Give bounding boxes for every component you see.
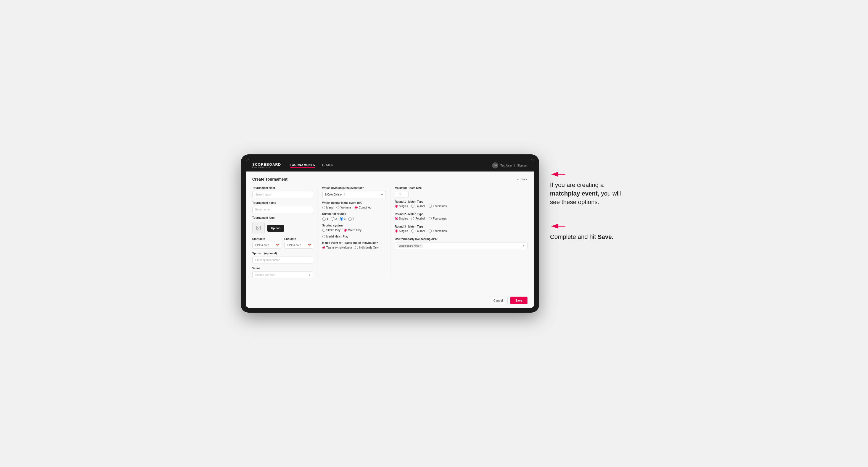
tablet-screen: SCOREBOARD Powered by clippit TOURNAMENT… <box>246 159 534 308</box>
end-date-field: End date 📅 <box>284 238 313 249</box>
annotation-area: If you are creating a matchplay event, y… <box>550 154 627 241</box>
rounds-section: Number of rounds 1 2 <box>322 212 386 221</box>
round2-match-type: Round 2 - Match Type Singles Fourball <box>395 213 527 220</box>
venue-input[interactable] <box>252 272 313 278</box>
api-label: Use third-party live scoring API? <box>395 238 527 241</box>
sponsor-input[interactable] <box>252 256 313 263</box>
venue-section: Venue ▼ <box>252 267 313 278</box>
cancel-button[interactable]: Cancel <box>489 297 507 304</box>
top-annotation: If you are creating a matchplay event, y… <box>550 171 627 206</box>
upload-button[interactable]: Upload <box>267 225 284 232</box>
round2-foursomes[interactable]: Foursomes <box>429 217 446 220</box>
separator-2 <box>390 186 391 278</box>
nav-logo: SCOREBOARD Powered by clippit <box>252 163 281 168</box>
calendar-icon: 📅 <box>276 244 279 247</box>
tournament-host-input[interactable] <box>252 191 313 198</box>
teams-section: Is this event for Teams and/or Individua… <box>322 241 386 249</box>
round2-fourball[interactable]: Fourball <box>411 217 425 220</box>
round3-singles[interactable]: Singles <box>395 229 408 232</box>
round-1[interactable]: 1 <box>322 217 329 221</box>
round2-radio-group: Singles Fourball Foursomes <box>395 217 527 220</box>
tournament-logo-label: Tournament logo <box>252 216 313 219</box>
rounds-radio-group: 1 2 3 <box>322 217 386 221</box>
start-date-wrap: 📅 <box>252 242 281 249</box>
logo-text: SCOREBOARD <box>252 163 281 166</box>
gender-combined-label: Combined <box>359 206 371 209</box>
round1-radio-group: Singles Fourball Foursomes <box>395 205 527 208</box>
start-date-label: Start date <box>252 238 281 241</box>
scoring-match[interactable]: Match Play <box>344 229 362 232</box>
api-select-wrap[interactable]: Leaderboard King × ▼ <box>395 242 527 249</box>
round1-label: Round 1 - Match Type <box>395 200 527 203</box>
round1-match-type: Round 1 - Match Type Singles Fourball <box>395 200 527 208</box>
page-title: Create Tournament <box>252 177 287 181</box>
middle-column: Which division is the event for? NCAA Di… <box>322 186 386 278</box>
sign-out-link[interactable]: Sign out <box>517 164 527 167</box>
round3-fourball[interactable]: Fourball <box>411 229 425 232</box>
individuals-option[interactable]: Individuals Only <box>355 246 379 249</box>
right-column: Maximum Team Size Round 1 - Match Type S… <box>395 186 527 278</box>
gender-womens-label: Womens <box>341 206 351 209</box>
bottom-annotation-text: Complete and hit Save. <box>550 233 627 241</box>
gender-combined[interactable]: Combined <box>354 206 371 209</box>
venue-chevron-icon: ▼ <box>308 274 311 276</box>
api-tag-close[interactable]: × <box>420 244 422 247</box>
teams-option[interactable]: Teams (+Individuals) <box>322 246 352 249</box>
api-section: Use third-party live scoring API? Leader… <box>395 238 527 249</box>
round3-label: Round 3 - Match Type <box>395 225 527 228</box>
round1-foursomes[interactable]: Foursomes <box>429 205 446 208</box>
nav-teams[interactable]: TEAMS <box>321 163 333 168</box>
scoring-stroke[interactable]: Stroke Play <box>322 229 341 232</box>
gender-label: Which gender is the event for? <box>322 201 386 205</box>
logo-preview <box>252 222 265 234</box>
nav-user-area: TU Test User | Sign out <box>492 162 527 168</box>
max-team-size-label: Maximum Team Size <box>395 186 527 189</box>
teams-radio-group: Teams (+Individuals) Individuals Only <box>322 246 386 249</box>
gender-section: Which gender is the event for? Mens Wome… <box>322 201 386 209</box>
round-2[interactable]: 2 <box>331 217 337 221</box>
nav-tournaments[interactable]: TOURNAMENTS <box>290 163 315 168</box>
scoring-medal[interactable]: Medal Match Play <box>322 235 348 238</box>
round-3[interactable]: 3 <box>340 217 346 221</box>
tournament-name-label: Tournament name <box>252 201 313 205</box>
scoring-section: Scoring system Stroke Play Match Play <box>322 224 386 238</box>
max-team-size-section: Maximum Team Size <box>395 186 527 197</box>
bottom-red-arrow-icon <box>550 223 567 229</box>
api-chevron-icon: ▼ <box>523 244 525 247</box>
division-select[interactable]: NCAA Division I <box>322 191 386 198</box>
left-column: Tournament Host Tournament name Tourname… <box>252 186 313 278</box>
nav-bar: SCOREBOARD Powered by clippit TOURNAMENT… <box>246 159 534 172</box>
top-arrow-container <box>550 171 627 178</box>
tournament-host-section: Tournament Host <box>252 186 313 198</box>
round3-foursomes[interactable]: Foursomes <box>429 229 446 232</box>
round3-match-type: Round 3 - Match Type Singles Fourball <box>395 225 527 232</box>
sponsor-label: Sponsor (optional) <box>252 252 313 255</box>
user-name: Test User <box>500 164 512 167</box>
gender-mens[interactable]: Mens <box>322 206 333 209</box>
max-team-size-input[interactable] <box>395 191 409 197</box>
bottom-arrow-container <box>550 223 627 229</box>
bottom-annotation: Complete and hit Save. <box>550 223 627 241</box>
save-button[interactable]: Save <box>510 297 527 304</box>
calendar-icon-end: 📅 <box>308 244 311 247</box>
division-label: Which division is the event for? <box>322 186 386 189</box>
start-date-field: Start date 📅 <box>252 238 281 249</box>
rounds-label: Number of rounds <box>322 212 386 215</box>
round1-singles[interactable]: Singles <box>395 205 408 208</box>
logo-subtext: Powered by clippit <box>252 166 281 168</box>
round-4[interactable]: 4 <box>348 217 354 221</box>
back-button[interactable]: ← Back <box>517 178 527 181</box>
round2-singles[interactable]: Singles <box>395 217 408 220</box>
gender-womens[interactable]: Womens <box>336 206 351 209</box>
gender-radio-group: Mens Womens Combined <box>322 206 386 209</box>
teams-label: Is this event for Teams and/or Individua… <box>322 241 386 244</box>
logo-upload-area: Upload <box>252 222 313 234</box>
tournament-name-input[interactable] <box>252 206 313 213</box>
api-tag: Leaderboard King × <box>397 244 423 248</box>
top-red-arrow-icon <box>550 171 567 178</box>
end-date-label: End date <box>284 238 313 241</box>
round2-label: Round 2 - Match Type <box>395 213 527 216</box>
scoring-radio-group: Stroke Play Match Play Medal Match Play <box>322 229 386 238</box>
round1-fourball[interactable]: Fourball <box>411 205 425 208</box>
gender-mens-label: Mens <box>327 206 333 209</box>
